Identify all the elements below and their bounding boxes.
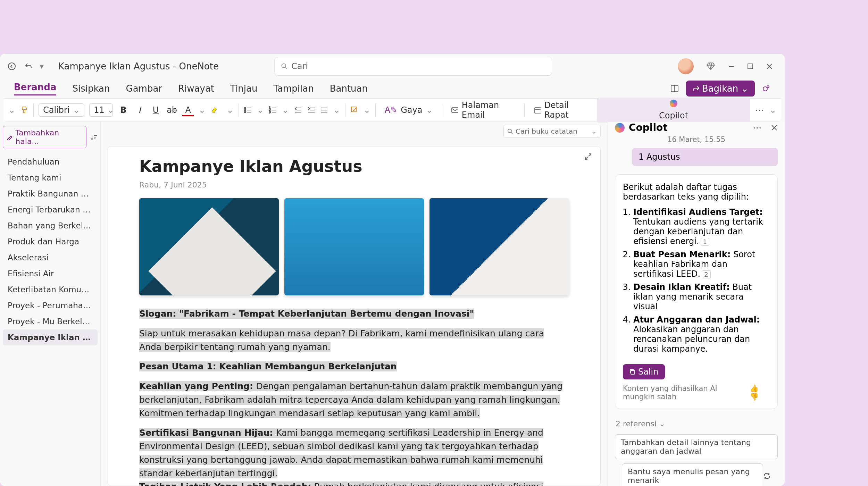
suggestion-2[interactable]: Bantu saya menulis pesan yang menarik <box>622 463 763 486</box>
copilot-menu-icon[interactable] <box>762 84 771 93</box>
copilot-task-item: Identifikasi Audiens Target: Tentukan au… <box>633 207 770 246</box>
sidebar-item[interactable]: Energi Terbarukan Integr... <box>3 202 98 218</box>
meeting-details-button[interactable]: Detail Rapat <box>529 98 592 122</box>
ribbon-collapse-icon[interactable]: ⌄ <box>769 105 776 115</box>
suggestion-1[interactable]: Tambahkan detail lainnya tentang anggara… <box>615 434 778 459</box>
refresh-icon[interactable] <box>763 472 771 480</box>
sidebar-item[interactable]: Proyek - Perumahan Hija... <box>3 298 98 313</box>
page-date: Rabu, 7 Juni 2025 <box>139 181 569 189</box>
undo-icon[interactable] <box>20 58 37 75</box>
align-button[interactable] <box>320 106 328 114</box>
thumbs-up-icon[interactable]: 👍 <box>750 384 759 393</box>
bullets-button[interactable] <box>244 106 252 114</box>
sidebar-item[interactable]: Pendahuluan <box>3 154 98 170</box>
minimize-button[interactable] <box>728 63 735 70</box>
add-page-button[interactable]: Tambahkan hala... <box>3 126 86 148</box>
sidebar-item[interactable]: Akselerasi <box>3 250 98 266</box>
sidebar-item[interactable]: Efisiensi Air <box>3 266 98 282</box>
copy-icon <box>629 369 635 375</box>
sidebar-item[interactable]: Proyek - Mu Berkelanjuta... <box>3 313 98 329</box>
styles-icon: A✎ <box>385 105 398 115</box>
titlebar: ▾ Kampanye Iklan Agustus - OneNote Cari <box>0 54 785 79</box>
font-select[interactable]: Calibri⌄ <box>39 103 84 117</box>
underline-button[interactable]: U <box>150 105 161 115</box>
tab-gambar[interactable]: Gambar <box>126 83 162 94</box>
note-page[interactable]: Kampanye Iklan Agustus Rabu, 7 Juni 2025… <box>108 146 601 486</box>
tab-tampilan[interactable]: Tampilan <box>273 83 314 94</box>
page-sidebar: Tambahkan hala... PendahuluanTentang kam… <box>0 122 101 486</box>
chevron-down-icon[interactable]: ⌄ <box>282 105 289 115</box>
tag-button[interactable] <box>350 106 359 114</box>
copilot-ribbon-button[interactable]: Copilot <box>597 98 750 123</box>
font-size-select[interactable]: 11⌄ <box>89 103 113 117</box>
chevron-down-icon[interactable]: ⌄ <box>257 105 264 115</box>
avatar[interactable] <box>678 58 694 74</box>
sidebar-item[interactable]: Kampanye Iklan Agustus <box>3 329 98 345</box>
global-search[interactable]: Cari <box>274 57 552 76</box>
more-options-icon[interactable]: ⋯ <box>755 104 765 116</box>
more-options-icon[interactable]: ⋯ <box>753 123 762 133</box>
copilot-user-chip: 1 Agustus <box>632 148 778 166</box>
tab-tinjau[interactable]: Tinjau <box>230 83 257 94</box>
search-placeholder: Cari <box>291 61 308 71</box>
diamond-icon[interactable] <box>706 62 715 71</box>
sidebar-item[interactable]: Keterlibatan Komunitas <box>3 282 98 298</box>
page-title[interactable]: Kampanye Iklan Agustus <box>139 157 569 176</box>
sidebar-item[interactable]: Tentang kami <box>3 170 98 186</box>
copilot-panel: Copilot ⋯ 16 Maret, 15.55 1 Agustus Beri… <box>608 122 785 486</box>
svg-rect-32 <box>452 108 458 112</box>
italic-button[interactable]: I <box>134 105 145 115</box>
styles-button[interactable]: A✎ Gaya ⌄ <box>381 103 437 117</box>
outdent-button[interactable] <box>294 106 302 114</box>
format-painter-icon[interactable] <box>20 106 28 114</box>
window-title: Kampanye Iklan Agustus - OneNote <box>58 61 219 72</box>
copilot-icon <box>615 123 625 133</box>
chevron-down-icon[interactable]: ⌄ <box>227 105 234 115</box>
copilot-timestamp: 16 Maret, 15.55 <box>608 133 785 146</box>
sort-icon[interactable] <box>90 133 98 141</box>
font-color-button[interactable]: A <box>182 105 194 115</box>
bold-button[interactable]: B <box>118 105 129 115</box>
numbering-button[interactable]: 123 <box>269 106 277 114</box>
copilot-task-item: Buat Pesan Menarik: Sorot keahlian Fabri… <box>633 250 770 279</box>
svg-point-10 <box>244 107 246 109</box>
page-list: PendahuluanTentang kamiPraktik Bangunan … <box>3 154 98 345</box>
image-2[interactable] <box>284 198 424 295</box>
copilot-response-card: Berikut adalah daftar tugas berdasarkan … <box>615 174 778 409</box>
notebook-search[interactable]: Cari buku catatan ⌄ <box>503 125 601 138</box>
photo-row <box>139 198 569 295</box>
page-content[interactable]: Slogan: "Fabrikam - Tempat Keberlanjutan… <box>139 307 569 486</box>
sidebar-item[interactable]: Produk dan Harga <box>3 234 98 250</box>
search-icon <box>507 128 513 134</box>
tab-beranda[interactable]: Beranda <box>14 82 56 95</box>
sidebar-item[interactable]: Praktik Bangunan Ramah... <box>3 186 98 202</box>
reading-view-icon[interactable] <box>670 84 679 93</box>
svg-rect-41 <box>631 370 635 374</box>
reference-count[interactable]: 2 referensi ⌄ <box>608 417 785 428</box>
highlight-button[interactable] <box>210 106 222 114</box>
sidebar-item[interactable]: Bahan yang Berkelanjutan <box>3 218 98 234</box>
email-page-button[interactable]: Halaman Email <box>447 98 519 122</box>
back-icon[interactable] <box>3 58 20 75</box>
customize-dropdown-icon[interactable]: ▾ <box>37 58 47 75</box>
tab-riwayat[interactable]: Riwayat <box>178 83 214 94</box>
image-1[interactable] <box>139 198 279 295</box>
image-3[interactable] <box>429 198 569 295</box>
copy-button[interactable]: Salin <box>623 364 665 379</box>
chevron-down-icon[interactable]: ⌄ <box>199 105 206 115</box>
tab-bantuan[interactable]: Bantuan <box>330 83 368 94</box>
tab-sisipkan[interactable]: Sisipkan <box>72 83 110 94</box>
editor-area: Cari buku catatan ⌄ Kampanye Iklan Agust… <box>101 122 608 486</box>
indent-button[interactable] <box>307 106 315 114</box>
chevron-down-icon[interactable]: ⌄ <box>333 105 340 115</box>
chevron-down-icon[interactable]: ⌄ <box>364 105 370 115</box>
strike-button[interactable]: ab <box>166 105 178 115</box>
close-button[interactable] <box>766 63 773 70</box>
close-icon[interactable] <box>771 124 778 131</box>
share-button[interactable]: Bagikan ⌄ <box>686 81 755 97</box>
ribbon-more-icon[interactable]: ⌄ <box>8 105 15 115</box>
maximize-button[interactable] <box>747 63 753 69</box>
thumbs-down-icon[interactable]: 👎 <box>750 393 759 401</box>
svg-point-8 <box>763 87 767 91</box>
expand-icon[interactable] <box>584 153 592 160</box>
